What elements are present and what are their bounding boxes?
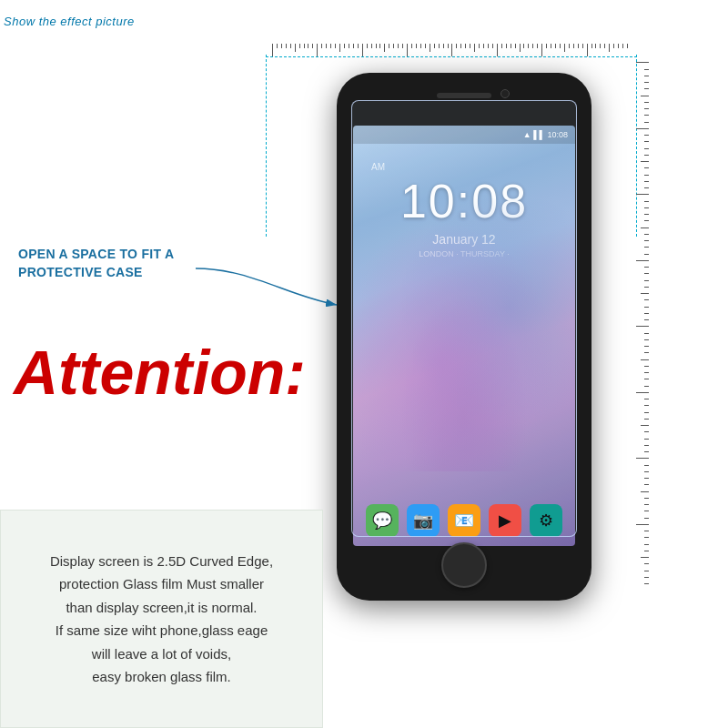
show-effect-label: Show the effect picture xyxy=(4,15,135,28)
phone-status-bar: ▲ ▌▌ 10:08 xyxy=(353,126,575,144)
annotation-protective-case: OPEN A SPACE TO FIT APROTECTIVE CASE xyxy=(18,246,200,281)
smoke-decoration xyxy=(353,198,575,471)
phone-home-button xyxy=(441,542,487,588)
info-box: Display screen is 2.5D Curved Edge, prot… xyxy=(0,510,323,728)
phone-shell: ▲ ▌▌ 10:08 AM 10:08 January 12 LONDON · … xyxy=(337,73,592,601)
phone-speaker xyxy=(437,93,491,98)
phone-camera xyxy=(500,89,510,98)
phone-am-pm: AM xyxy=(353,162,575,172)
app-icon-2: 📷 xyxy=(407,504,440,537)
info-paragraph: Display screen is 2.5D Curved Edge, prot… xyxy=(50,550,273,689)
app-icon-5: ⚙ xyxy=(530,504,562,537)
ruler-left-vertical xyxy=(266,55,267,237)
app-icon-4: ▶ xyxy=(489,504,521,537)
phone-container: ▲ ▌▌ 10:08 AM 10:08 January 12 LONDON · … xyxy=(328,55,610,619)
attention-heading: Attention: xyxy=(14,337,306,408)
annotation-text: OPEN A SPACE TO FIT APROTECTIVE CASE xyxy=(18,246,200,281)
ruler-right-ticks xyxy=(636,56,649,584)
app-icon-3: 📧 xyxy=(448,504,480,537)
status-icons: ▲ ▌▌ 10:08 xyxy=(523,130,568,139)
app-icon-1: 💬 xyxy=(366,504,399,537)
annotation-arrow xyxy=(196,259,341,323)
phone-apps: 💬 📷 📧 ▶ ⚙ xyxy=(353,504,575,537)
phone-screen: ▲ ▌▌ 10:08 AM 10:08 January 12 LONDON · … xyxy=(353,126,575,546)
